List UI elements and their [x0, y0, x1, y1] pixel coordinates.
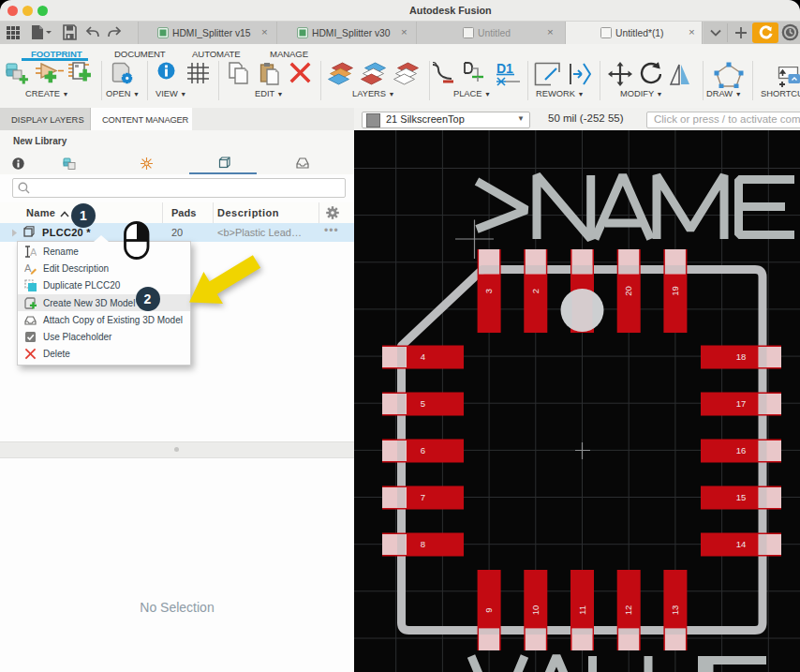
svg-text:10: 10 [530, 605, 541, 616]
svg-text:2: 2 [530, 289, 541, 293]
svg-text:A: A [24, 262, 32, 274]
svg-text:11: 11 [577, 605, 587, 615]
svg-text:15: 15 [736, 492, 747, 502]
svg-text:5: 5 [421, 398, 425, 409]
svg-text:19: 19 [670, 286, 680, 296]
svg-text:18: 18 [736, 351, 747, 362]
svg-text:3: 3 [483, 289, 494, 293]
svg-text:16: 16 [736, 445, 747, 455]
svg-text:4: 4 [421, 351, 425, 362]
svg-text:12: 12 [624, 605, 634, 616]
svg-text:20: 20 [624, 286, 634, 296]
svg-text:7: 7 [421, 492, 425, 502]
svg-text:14: 14 [736, 539, 747, 549]
svg-text:9: 9 [483, 607, 494, 612]
svg-text:17: 17 [736, 398, 747, 409]
svg-text:13: 13 [670, 605, 680, 616]
svg-text:6: 6 [421, 445, 425, 455]
svg-text:A: A [30, 246, 37, 258]
svg-text:8: 8 [421, 539, 425, 549]
